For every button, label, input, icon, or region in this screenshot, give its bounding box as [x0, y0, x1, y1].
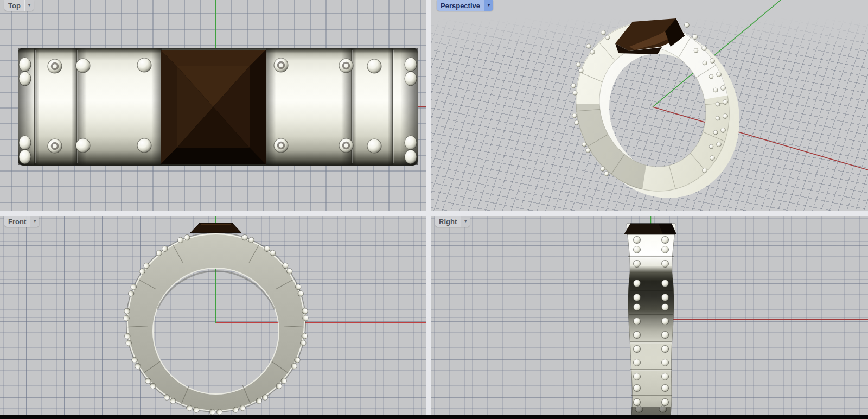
canvas-right-view[interactable] [431, 216, 868, 415]
viewport-top[interactable]: Top ▼ [0, 0, 426, 211]
viewport-tab-front[interactable]: Front ▼ [4, 216, 39, 227]
viewport-perspective[interactable]: Perspective ▼ [431, 0, 868, 211]
viewport-tab-perspective[interactable]: Perspective ▼ [437, 0, 493, 11]
canvas-top-view[interactable] [0, 0, 426, 211]
viewport-right[interactable]: Right ▼ [431, 216, 868, 415]
viewport-title[interactable]: Right [435, 216, 461, 227]
viewport-tab-right[interactable]: Right ▼ [435, 216, 470, 227]
ring-perspective-view[interactable] [552, 1, 763, 211]
gemstone-right-view[interactable] [624, 224, 676, 234]
viewport-title[interactable]: Perspective [437, 0, 484, 11]
viewport-title[interactable]: Front [4, 216, 30, 227]
canvas-front-view[interactable] [0, 216, 426, 415]
gemstone-top-view[interactable] [161, 50, 266, 164]
bottom-bar [0, 415, 868, 419]
canvas-perspective-view[interactable] [431, 0, 868, 211]
viewport-front[interactable]: Front ▼ [0, 216, 426, 415]
ring-top-view[interactable] [18, 48, 418, 166]
gemstone-front-view[interactable] [190, 223, 241, 233]
chevron-down-icon[interactable]: ▼ [24, 0, 34, 11]
chevron-down-icon[interactable]: ▼ [461, 216, 470, 227]
chevron-down-icon[interactable]: ▼ [484, 0, 493, 11]
viewport-tab-top[interactable]: Top ▼ [4, 0, 34, 11]
cad-workspace: Top ▼ [0, 0, 868, 419]
ring-right-view[interactable] [624, 224, 676, 415]
viewport-title[interactable]: Top [4, 0, 24, 11]
chevron-down-icon[interactable]: ▼ [30, 216, 39, 227]
